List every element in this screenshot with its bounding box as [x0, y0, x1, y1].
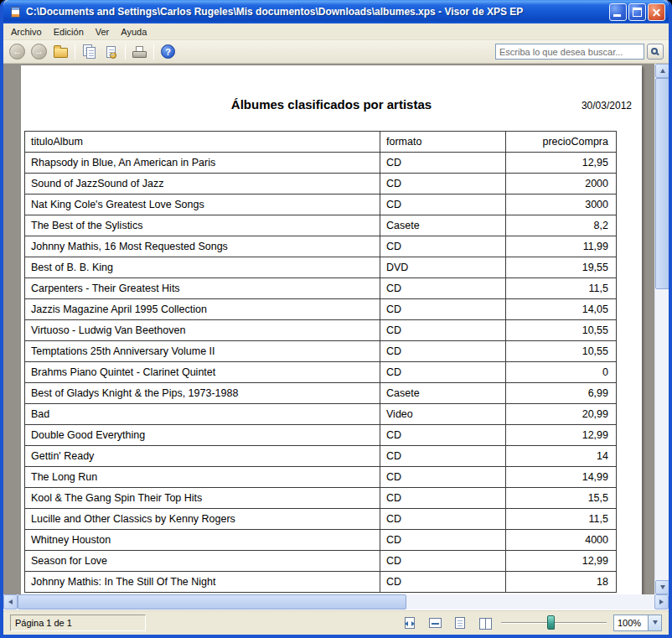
report-header: Álbumes clasificados por artistas 30/03/… — [21, 65, 642, 131]
window-controls — [609, 3, 665, 21]
up-arrow-icon — [660, 66, 665, 73]
menu-edicion[interactable]: Edición — [48, 24, 90, 39]
cell-tituloAlbum: Virtuoso - Ludwig Van Beethoven — [25, 320, 380, 341]
cell-formato: CD — [380, 153, 506, 174]
cell-tituloAlbum: Temptations 25th Anniversary Volume II — [25, 341, 380, 362]
toolbar-separator — [75, 44, 75, 60]
document-page: Álbumes clasificados por artistas 30/03/… — [21, 65, 642, 594]
cell-precioCompra: 11,5 — [506, 509, 617, 530]
report-date: 30/03/2012 — [582, 100, 632, 112]
forward-button[interactable]: → — [28, 42, 49, 61]
menu-ayuda[interactable]: Ayuda — [115, 24, 152, 39]
window-title: C:\Documents and Settings\Carlos Rugeles… — [26, 6, 606, 18]
print-button[interactable] — [129, 42, 150, 61]
dropdown-arrow-icon — [653, 620, 658, 627]
table-row: Virtuoso - Ludwig Van Beethoven CD 10,55 — [25, 320, 617, 341]
cell-tituloAlbum: Carpenters - Their Greatest Hits — [25, 278, 380, 299]
cell-formato: CD — [380, 551, 506, 572]
fit-width-icon — [429, 618, 442, 628]
xps-viewer-window: C:\Documents and Settings\Carlos Rugeles… — [0, 0, 672, 638]
zoom-slider-thumb[interactable] — [547, 615, 555, 630]
cell-formato: CD — [380, 320, 506, 341]
fit-page-icon — [405, 617, 415, 629]
cell-formato: CD — [380, 174, 506, 195]
app-icon — [8, 5, 22, 18]
zoom-slider[interactable] — [501, 615, 607, 631]
menu-ver[interactable]: Ver — [90, 24, 116, 39]
report-title: Álbumes clasificados por artistas — [21, 97, 642, 112]
search-go-button[interactable] — [647, 44, 664, 60]
fit-page-button[interactable] — [401, 615, 419, 631]
table-row: Johnny Mathis: In The Still Of The Night… — [25, 572, 617, 593]
titlebar[interactable]: C:\Documents and Settings\Carlos Rugeles… — [3, 0, 669, 23]
scroll-left-button[interactable] — [3, 594, 18, 609]
close-button[interactable] — [648, 3, 665, 21]
scroll-right-button[interactable] — [654, 594, 669, 609]
help-button[interactable]: ? — [158, 42, 178, 61]
table-row: Bad Video 20,99 — [25, 404, 617, 425]
cell-precioCompra: 8,2 — [506, 215, 617, 236]
cell-formato: CD — [380, 446, 506, 467]
cell-precioCompra: 12,99 — [506, 551, 617, 572]
two-page-view-button[interactable] — [476, 615, 494, 631]
table-row: Nat King Cole's Greatest Love Songs CD 3… — [25, 195, 617, 215]
back-icon: ← — [9, 44, 25, 60]
cell-formato: CD — [380, 278, 506, 299]
status-bar: Página 1 de 1 100% — [3, 609, 669, 635]
cell-formato: DVD — [380, 257, 506, 278]
scroll-up-button[interactable] — [655, 64, 669, 78]
cell-tituloAlbum: Gettin' Ready — [25, 446, 380, 467]
table-row: The Long Run CD 14,99 — [25, 467, 617, 488]
cell-tituloAlbum: The Best of the Sylistics — [25, 215, 380, 236]
cell-formato: CD — [380, 425, 506, 446]
zoom-level-combo[interactable]: 100% — [613, 615, 662, 631]
albums-table: tituloAlbum formato precioCompra Rhapsod… — [24, 131, 617, 593]
folder-icon — [54, 48, 68, 58]
table-row: Best of Gladys Knight & the Pips, 1973-1… — [25, 383, 617, 404]
fit-width-button[interactable] — [426, 615, 444, 631]
horizontal-scroll-track[interactable] — [18, 594, 654, 609]
horizontal-scrollbar[interactable] — [3, 594, 669, 609]
cell-tituloAlbum: Best of B. B. King — [25, 257, 380, 278]
printer-icon — [132, 46, 147, 58]
maximize-button[interactable] — [628, 3, 646, 21]
menu-archivo[interactable]: Archivo — [5, 24, 48, 39]
zoom-controls: 100% — [401, 615, 662, 631]
cell-tituloAlbum: Johnny Mathis: In The Still Of The Night — [25, 572, 380, 593]
cell-tituloAlbum: Rhapsody in Blue, An American in Paris — [25, 153, 380, 174]
save-copy-button[interactable] — [79, 42, 100, 61]
help-icon: ? — [161, 44, 175, 59]
search-input[interactable] — [495, 44, 644, 60]
cell-precioCompra: 14,99 — [506, 467, 617, 488]
albums-table-body: Rhapsody in Blue, An American in Paris C… — [25, 153, 617, 593]
vertical-scrollbar[interactable] — [654, 64, 669, 594]
cell-tituloAlbum: Nat King Cole's Greatest Love Songs — [25, 195, 380, 215]
cell-precioCompra: 6,99 — [506, 383, 617, 404]
zoom-dropdown-button[interactable] — [648, 615, 661, 630]
cell-precioCompra: 10,55 — [506, 341, 617, 362]
table-row: Brahms Piano Quintet - Clarinet Quintet … — [25, 362, 617, 383]
vertical-scroll-track[interactable] — [655, 78, 669, 580]
permissions-button[interactable] — [101, 42, 121, 61]
cell-formato: CD — [380, 362, 506, 383]
table-row: Lucille and Other Classics by Kenny Roge… — [25, 509, 617, 530]
one-page-view-button[interactable] — [451, 615, 469, 631]
cell-tituloAlbum: Brahms Piano Quintet - Clarinet Quintet — [25, 362, 380, 383]
cell-formato: CD — [380, 572, 506, 593]
document-permissions-icon — [106, 46, 116, 58]
vertical-scroll-thumb[interactable] — [655, 78, 669, 289]
cell-formato: Casete — [380, 215, 506, 236]
open-file-button[interactable] — [50, 42, 71, 61]
cell-tituloAlbum: Best of Gladys Knight & the Pips, 1973-1… — [25, 383, 380, 404]
table-row: Jazzis Magazine April 1995 Collection CD… — [25, 299, 617, 320]
scroll-down-button[interactable] — [655, 580, 669, 594]
magnifier-icon — [651, 48, 658, 54]
minimize-button[interactable] — [609, 3, 627, 21]
left-arrow-icon — [6, 599, 13, 604]
back-button[interactable]: ← — [7, 42, 28, 61]
down-arrow-icon — [660, 585, 665, 592]
table-row: Sound of JazzSound of Jazz CD 2000 — [25, 174, 617, 195]
table-row: Rhapsody in Blue, An American in Paris C… — [25, 153, 617, 174]
cell-formato: Casete — [380, 383, 506, 404]
horizontal-scroll-thumb[interactable] — [18, 594, 406, 609]
